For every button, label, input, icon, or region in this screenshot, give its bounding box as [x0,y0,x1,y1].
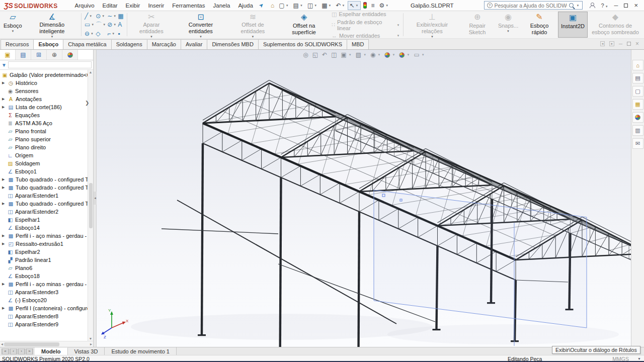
tab-nav-button[interactable]: › [18,348,25,354]
view-tool-button[interactable]: ◉ ▼ [370,51,380,58]
ribbon-stack-button[interactable]: ◫ Espelhar entidades [332,11,400,18]
task-pane-button[interactable]: ▥ [632,125,643,136]
dropdown-caret-icon[interactable]: ▼ [356,4,359,7]
dropdown-caret-icon[interactable]: ▼ [150,35,153,39]
tree-filter-input[interactable] [8,61,92,68]
task-pane-button[interactable]: ▦ [632,99,643,110]
scrollbar-thumb[interactable] [4,342,59,346]
expand-arrow-icon[interactable]: ▶ [2,242,6,246]
menu-item[interactable]: Arquivo [71,1,99,10]
expand-arrow-icon[interactable]: ▶ [2,306,6,310]
tree-vertical-scrollbar[interactable]: ▲ ▼ [88,70,93,341]
dropdown-caret-icon[interactable]: ▼ [113,23,116,26]
dropdown-caret-icon[interactable]: ▼ [113,15,116,18]
search-caret-icon[interactable]: ▼ [577,4,580,7]
minimize-button[interactable]: ─ [614,3,618,9]
dropdown-caret-icon[interactable]: ▼ [102,15,105,18]
dropdown-caret-icon[interactable]: ▼ [91,32,94,35]
panel-tab[interactable]: ▤ [16,50,31,60]
dropdown-caret-icon[interactable]: ▼ [50,35,53,39]
ribbon-button[interactable]: ◈ Offset na superfície [278,12,330,38]
dropdown-caret-icon[interactable]: ▼ [89,15,92,18]
command-tab[interactable]: MBD [347,39,369,49]
command-tab[interactable]: Recursos [1,39,34,49]
tree-item[interactable]: ▱ Plano superior [0,135,88,143]
dropdown-caret-icon[interactable]: ▼ [251,35,254,39]
dropdown-caret-icon[interactable]: ▼ [329,4,332,7]
qat-button[interactable]: ≡ [369,1,377,10]
qat-button[interactable]: ▢ ▼ [277,1,290,10]
scrollbar-thumb[interactable] [89,183,93,228]
tree-item[interactable]: ▱ Plano direito [0,143,88,151]
menu-item[interactable]: Editar [99,1,122,10]
qat-button[interactable]: ▤ ▼ [291,1,305,10]
dropdown-caret-icon[interactable]: ▼ [363,53,366,56]
tab-nav-button[interactable]: « [2,348,9,354]
tree-item[interactable]: ▶ ◰ Ressalto-extrusão1 [0,240,88,248]
tree-item[interactable]: ≣ ASTM A36 Aço [0,119,88,127]
qat-button[interactable]: ⌂ [269,1,276,10]
command-tab[interactable]: Soldagens [111,39,147,49]
menu-item[interactable]: Ajuda [234,1,257,10]
dropdown-caret-icon[interactable]: ▼ [300,4,303,7]
dropdown-caret-icon[interactable]: ▼ [11,30,14,33]
sketch-entity-button[interactable]: ⊖ ▼ [85,30,94,37]
restore-button[interactable] [624,4,628,8]
menu-item[interactable]: Ferramentas [168,1,209,10]
panel-tab-overflow-icon[interactable]: ❯ [82,100,93,106]
command-tab[interactable]: Chapa metálica [63,39,111,49]
ribbon-button[interactable]: ≋ Offset de entidades ▼ [227,12,279,38]
sketch-button[interactable]: ▱ Esboço ▼ [1,12,25,38]
expand-arrow-icon[interactable]: ▶ [2,202,6,206]
dropdown-caret-icon[interactable]: ▼ [397,34,400,37]
menu-item[interactable]: Inserir [144,1,168,10]
ribbon-button[interactable]: ✎ Esboço rápido [521,12,558,38]
dropdown-caret-icon[interactable]: ▼ [392,53,395,56]
tree-item[interactable]: ▣ Galpão (Valor predeterminado<C [0,71,88,79]
task-pane-button[interactable]: ✉ [632,138,643,149]
scroll-right-icon[interactable]: ▸ [90,342,92,346]
help-button[interactable]: ?▼ [601,3,608,9]
tree-item[interactable]: ▶ ▤ Lista de corte(186) [0,103,88,111]
sketch-entity-button[interactable]: ╱ ▼ [85,13,94,20]
qat-button[interactable]: ↖ ▼ [348,1,361,10]
tree-item[interactable]: ▞ Padrão linear1 [0,256,88,264]
qat-button[interactable]: ▦ ▼ [319,1,333,10]
tree-item[interactable]: ▱ Plano frontal [0,127,88,135]
panel-tab[interactable]: ▣ [0,50,16,60]
expand-ribbon-icon[interactable]: ▸ [609,41,614,46]
sketch-entity-button[interactable]: ⌐ ▼ [107,30,116,37]
expand-arrow-icon[interactable]: ▶ [2,234,6,238]
dropdown-caret-icon[interactable]: ▼ [431,35,434,39]
view-tool-button[interactable]: ▼ [385,52,395,58]
tree-item[interactable]: ◧ Espelhar1 [0,216,88,224]
tree-item[interactable]: ▶ ▩ Tubo quadrado - configured T [0,200,88,208]
command-tab[interactable]: Marcação [147,39,181,49]
doc-restore-button[interactable] [627,42,631,46]
dropdown-caret-icon[interactable]: ▼ [407,53,410,56]
sketch-entity-button[interactable]: ▭ ▼ [85,21,94,29]
expand-arrow-icon[interactable]: ▶ [2,282,6,286]
ribbon-stack-button[interactable]: ↔ Mover entidades ▼ [332,33,400,39]
command-tab[interactable]: Avaliar [181,39,207,49]
menu-item[interactable]: Janela [209,1,234,10]
help-search[interactable]: ? ▼ [484,1,583,10]
dropdown-caret-icon[interactable]: ▼ [91,23,94,26]
tree-item[interactable]: ▨ Soldagem [0,159,88,167]
ribbon-button[interactable]: ◉ Snaps... ▼ [496,12,521,38]
tree-item[interactable]: ▶ A Anotações [0,95,88,103]
dropdown-caret-icon[interactable]: ▼ [422,53,425,56]
login-user-icon[interactable] [590,3,595,8]
tab-nav-button[interactable]: ‹ [10,348,17,354]
sketch-entity-button[interactable]: ▪ [118,30,123,37]
tree-item[interactable]: ◉ Sensores [0,87,88,95]
tree-item[interactable]: ◫ Aparar/Estender8 [0,312,88,320]
expand-arrow-icon[interactable]: ▶ [2,186,6,190]
ribbon-stack-button[interactable]: ∷ Padrão de esboço linear ▼ [332,19,400,31]
tree-item[interactable]: ▶ ▩ Perfil i - aço minas - gerdau - c [0,232,88,240]
search-input[interactable] [495,3,567,9]
tree-item[interactable]: ▱ Plano6 [0,264,88,272]
view-tool-button[interactable]: ◎ [303,51,308,58]
ribbon-button[interactable]: ✂ Aparar entidades ▼ [129,12,175,38]
command-tab[interactable]: Suplementos do SOLIDWORKS [258,39,347,49]
